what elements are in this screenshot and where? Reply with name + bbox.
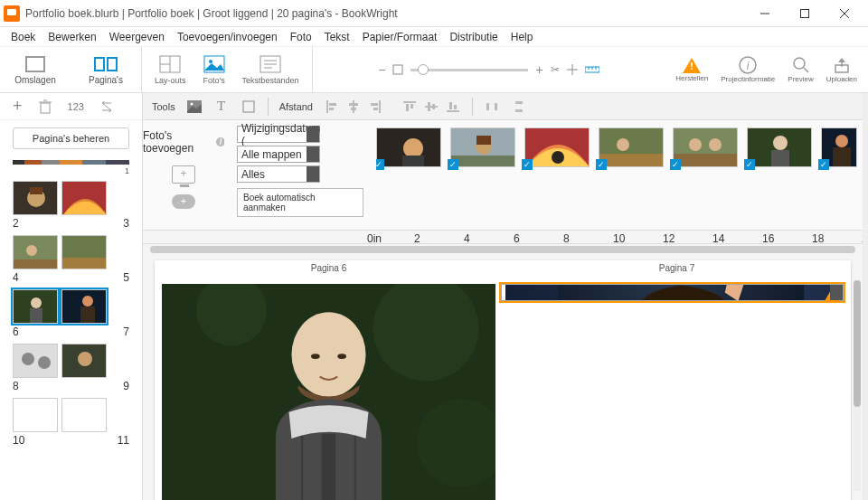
cover-icon [25, 56, 45, 72]
thumb-page-11[interactable] [61, 398, 107, 432]
thumb-page-3[interactable] [61, 181, 107, 215]
thumb-page-5[interactable] [61, 235, 107, 269]
menu-toevoegen[interactable]: Toevoegen/invoegen [177, 31, 278, 43]
grid-icon[interactable] [567, 64, 578, 75]
strip-thumb[interactable]: ✓ [673, 127, 738, 167]
tekst-button[interactable]: Tekstbestanden [242, 54, 299, 85]
svg-rect-70 [486, 103, 489, 110]
add-from-cloud-button[interactable]: + [172, 194, 195, 209]
menu-tekst[interactable]: Tekst [325, 31, 350, 43]
thumb-page-9[interactable] [61, 344, 107, 378]
fotos-button[interactable]: Foto's [203, 54, 226, 85]
align-top-icon[interactable] [401, 99, 418, 115]
svg-rect-108 [804, 285, 839, 300]
fit-icon[interactable] [392, 64, 403, 75]
text-tool-icon[interactable]: T [213, 99, 230, 115]
svg-point-50 [190, 102, 193, 105]
svg-rect-51 [243, 101, 254, 112]
strip-thumb[interactable]: ✓ [747, 127, 812, 167]
strip-thumb[interactable]: ✓ [376, 127, 441, 167]
svg-rect-44 [14, 344, 57, 377]
menu-help[interactable]: Help [511, 31, 533, 43]
menu-boek[interactable]: Boek [11, 31, 35, 43]
info-small-icon[interactable]: i [215, 137, 224, 147]
svg-rect-13 [393, 65, 402, 74]
image-tool-icon[interactable] [186, 99, 203, 115]
menu-foto[interactable]: Foto [290, 31, 312, 43]
zoom-out-icon[interactable]: − [378, 62, 385, 77]
svg-rect-66 [432, 104, 435, 109]
align-center-h-icon[interactable] [345, 99, 362, 115]
auto-book-button[interactable]: Boek automatisch aanmaken [237, 188, 363, 217]
thumb-page-6[interactable] [13, 289, 58, 324]
strip-thumb[interactable]: ✓ [524, 127, 590, 167]
svg-point-93 [773, 136, 788, 150]
page-6[interactable] [162, 284, 495, 500]
shape-tool-icon[interactable] [241, 99, 257, 115]
horizontal-scrollbar[interactable] [150, 246, 855, 253]
svg-rect-62 [406, 104, 409, 111]
filter-select[interactable]: Alles [237, 165, 320, 183]
check-icon: ✓ [596, 159, 607, 170]
zoom-slider[interactable] [410, 69, 528, 71]
menu-papier[interactable]: Papier/Formaat [363, 31, 438, 43]
svg-text:i: i [220, 137, 222, 147]
svg-rect-43 [80, 307, 95, 323]
thumb-page-7[interactable] [61, 289, 107, 324]
maximize-button[interactable] [785, 0, 825, 27]
thumb-page-8[interactable] [13, 344, 58, 378]
thumb-page-2[interactable] [13, 181, 58, 215]
layouts-icon [158, 54, 182, 74]
warning-icon [683, 58, 701, 73]
tab-paginas[interactable]: Pagina's [71, 47, 141, 92]
folder-select[interactable]: Alle mappen [237, 146, 320, 163]
align-middle-icon[interactable] [423, 99, 439, 115]
strip-thumb[interactable]: ✓ [821, 127, 857, 167]
check-icon: ✓ [522, 159, 533, 170]
ruler-icon[interactable] [585, 65, 599, 74]
herstellen-button[interactable]: Herstellen [675, 58, 708, 82]
tab-omslagen[interactable]: Omslagen [0, 47, 71, 92]
svg-point-90 [689, 138, 702, 151]
main-toolbar: Omslagen Pagina's Lay-outs Foto's Tekstb… [0, 47, 868, 93]
menu-distributie[interactable]: Distributie [449, 31, 497, 43]
photo-strip[interactable]: ✓ ✓ ✓ ✓ ✓ ✓ ✓ [376, 126, 863, 217]
distribute-v-icon[interactable] [511, 99, 527, 115]
reorder-icon[interactable] [100, 101, 113, 112]
menu-weergeven[interactable]: Weergeven [109, 31, 165, 43]
menu-bewerken[interactable]: Bewerken [48, 31, 96, 43]
manage-pages-button[interactable]: Pagina's beheren [13, 127, 129, 149]
strip-thumb[interactable]: ✓ [599, 127, 664, 167]
strip-thumb[interactable]: ✓ [450, 127, 515, 167]
align-left-icon[interactable] [324, 99, 340, 115]
upload-button[interactable]: Uploaden [826, 56, 857, 83]
page-7[interactable] [501, 284, 844, 301]
projectinfo-button[interactable]: i Projectinformatie [721, 56, 775, 83]
svg-point-91 [709, 138, 722, 151]
distribute-h-icon[interactable] [484, 99, 500, 115]
right-gutter [863, 93, 868, 500]
align-bottom-icon[interactable] [445, 99, 461, 115]
delete-page-button[interactable] [39, 99, 52, 114]
add-from-computer-button[interactable]: + [172, 165, 195, 184]
cut-icon[interactable]: ✂ [551, 63, 560, 76]
thumb-page-10[interactable] [13, 398, 58, 432]
zoom-control[interactable]: − + ✂ [313, 47, 665, 92]
page-label-left: Pagina 6 [155, 260, 503, 277]
page-warning-icon[interactable] [825, 288, 839, 301]
align-right-icon[interactable] [367, 99, 383, 115]
cover-strip[interactable] [13, 160, 129, 165]
svg-rect-107 [505, 285, 558, 300]
page-thumbnails-list[interactable]: 1 23 45 67 89 [0, 156, 142, 500]
svg-rect-59 [371, 103, 378, 106]
close-button[interactable] [825, 0, 864, 27]
add-page-button[interactable]: + [13, 97, 23, 116]
layouts-button[interactable]: Lay-outs [155, 54, 186, 85]
canvas-area[interactable]: Pagina 6 Pagina 7 [143, 244, 863, 500]
preview-button[interactable]: Preview [788, 56, 813, 83]
zoom-in-icon[interactable]: + [535, 62, 542, 77]
minimize-button[interactable] [745, 0, 785, 27]
thumb-page-4[interactable] [13, 235, 58, 269]
vertical-scrollbar[interactable] [854, 280, 861, 491]
sort-select[interactable]: Wijzigingsdatum ( [237, 126, 320, 143]
